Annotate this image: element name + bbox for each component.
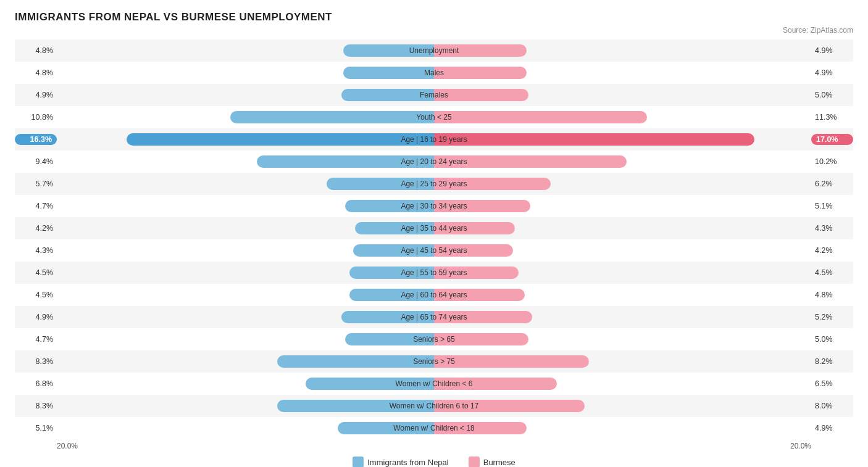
- blue-bar: [341, 311, 434, 323]
- blue-bar: [345, 200, 434, 212]
- bars-wrapper: Women w/ Children 6 to 17: [57, 399, 811, 413]
- axis-left: 20.0%: [57, 442, 78, 450]
- right-bar-container: [434, 332, 811, 347]
- bar-area: Unemployment: [57, 39, 811, 62]
- legend-blue-box: [353, 457, 364, 467]
- left-value: 16.3%: [15, 134, 57, 145]
- pink-bar: [434, 155, 627, 168]
- chart-title: IMMIGRANTS FROM NEPAL VS BURMESE UNEMPLO…: [15, 11, 853, 23]
- left-bar-container: [57, 332, 434, 347]
- left-value: 4.7%: [15, 335, 57, 344]
- blue-bar: [353, 244, 434, 257]
- bar-area: Age | 60 to 64 years: [57, 284, 811, 306]
- bars-wrapper: Females: [57, 88, 811, 102]
- right-value: 6.5%: [811, 379, 853, 388]
- left-bar-container: [57, 132, 434, 147]
- left-value: 4.9%: [15, 91, 57, 99]
- right-bar-container: [434, 421, 811, 436]
- source-line: Source: ZipAtlas.com: [15, 26, 853, 35]
- left-bar-container: [57, 287, 434, 302]
- left-bar-container: [57, 199, 434, 213]
- bar-area: Women w/ Children < 18: [57, 417, 811, 439]
- chart-row: 10.8%Youth < 2511.3%: [15, 106, 853, 128]
- chart-row: 4.5%Age | 60 to 64 years4.8%: [15, 284, 853, 306]
- bars-wrapper: Seniors > 75: [57, 354, 811, 369]
- left-value: 9.4%: [15, 157, 57, 166]
- legend-blue: Immigrants from Nepal: [353, 457, 448, 467]
- bars-wrapper: Age | 65 to 74 years: [57, 310, 811, 324]
- right-value: 6.2%: [811, 180, 853, 188]
- left-bar-container: [57, 65, 434, 80]
- bar-area: Males: [57, 62, 811, 84]
- right-value: 5.1%: [811, 202, 853, 210]
- blue-bar: [341, 89, 434, 101]
- chart-row: 6.8%Women w/ Children < 66.5%: [15, 373, 853, 395]
- pink-bar: [434, 244, 513, 257]
- pink-bar: [434, 311, 532, 323]
- bar-area: Seniors > 65: [57, 328, 811, 350]
- legend-pink-box: [469, 457, 480, 467]
- bar-area: Age | 55 to 59 years: [57, 262, 811, 284]
- bar-area: Women w/ Children 6 to 17: [57, 395, 811, 417]
- right-value: 5.0%: [811, 335, 853, 344]
- axis-labels: 20.0% 20.0%: [57, 442, 811, 450]
- right-bar-container: [434, 310, 811, 324]
- pink-bar: [434, 289, 525, 301]
- right-bar-container: [434, 287, 811, 302]
- right-bar-container: [434, 154, 811, 169]
- chart-row: 4.7%Age | 30 to 34 years5.1%: [15, 195, 853, 217]
- left-value: 5.7%: [15, 180, 57, 188]
- right-value: 10.2%: [811, 157, 853, 166]
- chart-row: 16.3%Age | 16 to 19 years17.0%: [15, 128, 853, 151]
- bars-wrapper: Age | 60 to 64 years: [57, 287, 811, 302]
- left-bar-container: [57, 310, 434, 324]
- pink-bar: [434, 67, 527, 79]
- bar-area: Age | 45 to 54 years: [57, 239, 811, 262]
- bars-wrapper: Age | 30 to 34 years: [57, 199, 811, 213]
- pink-bar: [434, 44, 527, 57]
- right-value: 4.8%: [811, 291, 853, 299]
- bars-wrapper: Age | 45 to 54 years: [57, 243, 811, 258]
- left-value: 4.5%: [15, 291, 57, 299]
- blue-bar: [127, 133, 434, 146]
- blue-bar: [355, 222, 434, 234]
- bars-wrapper: Age | 16 to 19 years: [57, 132, 811, 147]
- bar-area: Age | 30 to 34 years: [57, 195, 811, 217]
- bars-wrapper: Age | 55 to 59 years: [57, 265, 811, 280]
- right-bar-container: [434, 265, 811, 280]
- right-bar-container: [434, 65, 811, 80]
- right-bar-container: [434, 110, 811, 125]
- chart-row: 4.9%Age | 65 to 74 years5.2%: [15, 306, 853, 328]
- left-bar-container: [57, 354, 434, 369]
- blue-bar: [345, 333, 434, 345]
- right-value: 4.5%: [811, 268, 853, 277]
- blue-bar: [277, 400, 434, 412]
- legend-pink-label: Burmese: [483, 458, 515, 467]
- left-bar-container: [57, 221, 434, 236]
- chart-area: 4.8%Unemployment4.9%4.8%Males4.9%4.9%Fem…: [15, 39, 853, 439]
- bar-area: Age | 16 to 19 years: [57, 128, 811, 151]
- right-bar-container: [434, 376, 811, 391]
- bar-area: Age | 25 to 29 years: [57, 173, 811, 195]
- legend-pink: Burmese: [469, 457, 515, 467]
- bars-wrapper: Age | 35 to 44 years: [57, 221, 811, 236]
- pink-bar: [434, 200, 530, 212]
- right-value: 17.0%: [811, 134, 853, 145]
- pink-bar: [434, 111, 647, 123]
- pink-bar: [434, 422, 527, 434]
- pink-bar: [434, 222, 515, 234]
- chart-row: 4.8%Unemployment4.9%: [15, 39, 853, 62]
- pink-bar: [434, 378, 557, 390]
- left-bar-container: [57, 265, 434, 280]
- left-bar-container: [57, 243, 434, 258]
- right-value: 5.2%: [811, 313, 853, 321]
- blue-bar: [306, 378, 434, 390]
- left-value: 6.8%: [15, 379, 57, 388]
- left-value: 5.1%: [15, 424, 57, 432]
- right-value: 4.2%: [811, 246, 853, 255]
- blue-bar: [277, 355, 434, 368]
- bars-wrapper: Women w/ Children < 18: [57, 421, 811, 436]
- bar-area: Age | 35 to 44 years: [57, 217, 811, 239]
- chart-row: 4.2%Age | 35 to 44 years4.3%: [15, 217, 853, 239]
- blue-bar: [349, 289, 434, 301]
